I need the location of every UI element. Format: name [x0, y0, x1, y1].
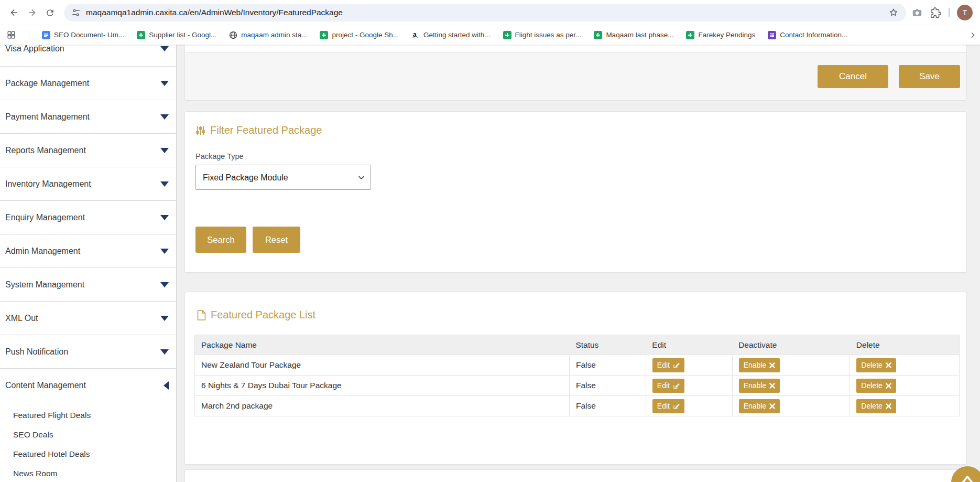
sheets-icon	[594, 31, 602, 39]
sidebar-item-payment-management[interactable]: Payment Management	[0, 100, 176, 134]
edit-button[interactable]: Edit	[652, 399, 684, 413]
sidebar-subitem-featured-flight-deals[interactable]: Featured Flight Deals	[13, 405, 176, 425]
status-cell: False	[569, 355, 646, 376]
edit-button-label: Edit	[657, 381, 670, 390]
bookmark-label: SEO Document- Um...	[54, 31, 124, 39]
bookmarks-divider	[29, 30, 29, 39]
bookmark-label: Maqaam last phase...	[606, 31, 673, 39]
sidebar-item-enquiry-management[interactable]: Enquiry Management	[0, 201, 176, 234]
chevron-down-icon	[160, 81, 169, 86]
profile-avatar[interactable]: T	[957, 5, 973, 20]
delete-button[interactable]: Delete	[856, 399, 896, 413]
enable-button[interactable]: Enable	[739, 399, 780, 413]
chevron-down-icon	[160, 114, 169, 120]
edit-pencil-icon	[673, 403, 680, 410]
table-row: New Zealand Tour Package False Edit Enab…	[195, 355, 960, 376]
bookmark-item[interactable]: a Getting started with...	[411, 31, 491, 39]
search-button[interactable]: Search	[195, 227, 246, 253]
reload-button[interactable]	[41, 4, 59, 22]
sheets-icon	[320, 31, 328, 39]
sidebar-item-admin-management[interactable]: Admin Management	[0, 234, 176, 268]
bookmark-label: Contact Information...	[780, 31, 847, 39]
chevron-down-icon	[160, 181, 169, 187]
bookmark-item[interactable]: project - Google Sh...	[320, 31, 399, 39]
column-header-deactivate: Deactivate	[732, 335, 850, 355]
globe-icon	[229, 31, 237, 39]
sidebar-item-xml-out[interactable]: XML Out	[0, 302, 176, 335]
forward-button[interactable]	[23, 4, 41, 22]
sidebar-item-label: Payment Management	[5, 112, 90, 122]
address-bar[interactable]: maqaamqa1admin.caxita.ca/en/AdminWeb/Inv…	[64, 4, 906, 22]
sidebar-subitem-news-room[interactable]: News Room	[13, 464, 176, 482]
reset-button[interactable]: Reset	[253, 227, 300, 253]
featured-package-list-panel: Featured Package List Package Name Statu…	[184, 292, 967, 465]
bookmark-item[interactable]: SEO Document- Um...	[42, 31, 124, 39]
sidebar-subitem-seo-deals[interactable]: SEO Deals	[13, 425, 176, 444]
bookmark-label: Flight issues as per...	[515, 31, 582, 39]
table-row: 6 Nights & 7 Days Dubai Tour Package Fal…	[195, 376, 960, 396]
form-card: Cancel Save	[184, 45, 967, 101]
sidebar-item-label: Visa Application	[5, 45, 64, 53]
sidebar-submenu: Featured Flight Deals SEO Deals Featured…	[0, 402, 176, 482]
apps-grid-icon[interactable]	[6, 30, 16, 40]
cancel-button[interactable]: Cancel	[818, 65, 888, 88]
contacts-icon	[768, 31, 776, 39]
sidebar-item-visa-application[interactable]: Visa Application	[0, 45, 176, 67]
sidebar-item-content-management[interactable]: Content Management	[0, 369, 176, 402]
enable-button-label: Enable	[744, 361, 767, 369]
bookmark-item[interactable]: maqaam admin sta...	[229, 31, 307, 39]
edit-button-label: Edit	[657, 402, 670, 410]
delete-button[interactable]: Delete	[856, 358, 896, 372]
bookmark-item[interactable]: Flight issues as per...	[503, 31, 582, 39]
bookmarks-overflow-chevron-icon[interactable]	[968, 31, 977, 39]
sidebar-item-label: Inventory Management	[5, 179, 91, 189]
save-button[interactable]: Save	[899, 65, 960, 88]
x-icon	[769, 362, 775, 368]
bookmark-star-icon[interactable]	[888, 7, 899, 18]
sidebar-item-label: Admin Management	[5, 247, 80, 256]
x-icon	[886, 383, 891, 389]
list-title-text: Featured Package List	[211, 309, 315, 321]
sidebar-item-inventory-management[interactable]: Inventory Management	[0, 167, 176, 201]
bookmark-item[interactable]: Maqaam last phase...	[594, 31, 673, 39]
bookmark-item[interactable]: Supplier list - Googl...	[137, 31, 216, 39]
column-header-status: Status	[569, 335, 646, 355]
back-button[interactable]	[5, 4, 23, 22]
amazon-icon: a	[411, 31, 420, 39]
svg-text:a: a	[413, 31, 417, 38]
filter-panel-title: Filter Featured Package	[195, 124, 956, 136]
bookmark-item[interactable]: Farekey Pendings	[686, 31, 755, 39]
chevron-down-icon	[160, 349, 169, 355]
enable-button[interactable]: Enable	[739, 358, 780, 372]
enable-button-label: Enable	[744, 381, 767, 390]
edit-button[interactable]: Edit	[652, 379, 684, 393]
bookmark-label: Farekey Pendings	[698, 31, 755, 39]
main-content: Cancel Save Filter Featured Package Pack…	[177, 45, 980, 482]
site-settings-icon[interactable]	[71, 8, 81, 17]
enable-button[interactable]: Enable	[739, 379, 780, 393]
docs-icon	[42, 31, 50, 39]
sidebar-subitem-featured-hotel-deals[interactable]: Featured Hotel Deals	[13, 444, 176, 464]
status-cell: False	[569, 396, 646, 416]
browser-toolbar: maqaamqa1admin.caxita.ca/en/AdminWeb/Inv…	[0, 0, 980, 25]
filter-title-text: Filter Featured Package	[210, 124, 322, 136]
sidebar-item-label: System Management	[5, 280, 84, 290]
extensions-puzzle-icon[interactable]	[930, 7, 941, 18]
bookmark-label: maqaam admin sta...	[241, 31, 307, 39]
chevron-down-icon	[160, 282, 169, 287]
edit-button[interactable]: Edit	[652, 358, 684, 372]
sidebar-item-push-notification[interactable]: Push Notification	[0, 335, 176, 369]
sidebar-item-package-management[interactable]: Package Management	[0, 67, 176, 100]
bookmark-item[interactable]: Contact Information...	[768, 31, 847, 39]
column-header-package-name: Package Name	[195, 335, 570, 355]
edit-button-label: Edit	[657, 361, 670, 369]
package-type-select[interactable]: Fixed Package Module	[196, 165, 371, 189]
delete-button[interactable]: Delete	[856, 379, 896, 393]
filter-panel: Filter Featured Package Package Type Fix…	[184, 111, 967, 273]
sidebar-item-system-management[interactable]: System Management	[0, 268, 176, 302]
sidebar-item-reports-management[interactable]: Reports Management	[0, 134, 176, 167]
form-card-body	[184, 45, 967, 52]
camera-icon[interactable]	[911, 7, 923, 18]
enable-button-label: Enable	[744, 402, 767, 410]
sidebar-item-label: Reports Management	[5, 146, 86, 155]
